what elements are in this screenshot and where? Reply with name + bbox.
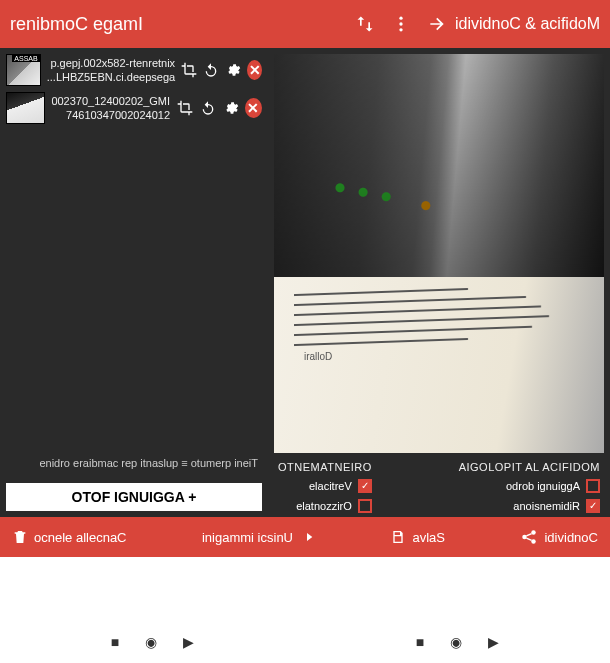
file-name-line1: IMG_20200421_073200 — [51, 95, 170, 107]
share-icon — [520, 528, 538, 546]
orientation-horizontal[interactable]: Orizzontale — [278, 499, 372, 513]
svg-point-3 — [523, 535, 528, 540]
quality-badge: BASSA — [12, 55, 39, 62]
add-photo-button[interactable]: + AGGIUNGI FOTO — [6, 483, 262, 511]
delete-list-button[interactable]: Cancella elenco — [12, 529, 127, 545]
nav-triangle-icon[interactable]: ▶ — [183, 634, 194, 650]
file-info: xinternetr-285x200.jpeg.p agespeed.ic.NB… — [47, 57, 175, 83]
save-label: Salva — [412, 530, 445, 545]
forward-arrow-icon[interactable] — [427, 14, 447, 34]
remove-icon[interactable]: ✕ — [245, 98, 262, 118]
bottom-toolbar: Cancella elenco Unisci immagini Salva Co… — [0, 517, 610, 557]
merge-images-button[interactable]: Unisci immagini — [202, 529, 315, 545]
preview-image-router — [274, 54, 604, 277]
orientation-vertical[interactable]: Verticale — [278, 479, 372, 493]
horizontal-label: Orizzontale — [296, 500, 352, 512]
app-screen: Image Combiner Modifica & Condividi BASS… — [0, 0, 610, 663]
nav-group-right: ■ ◉ ▶ — [416, 634, 499, 650]
preview-panel: Dollari ORIENTAMENTO Verticale Orizzonta… — [268, 48, 610, 517]
orientation-column: ORIENTAMENTO Verticale Orizzontale — [278, 461, 372, 513]
share-label: Condividi — [544, 530, 597, 545]
merge-label: Unisci immagini — [202, 530, 293, 545]
file-list-panel: BASSA xinternetr-285x200.jpeg.p agespeed… — [0, 48, 268, 517]
file-row[interactable]: BASSA xinternetr-285x200.jpeg.p agespeed… — [6, 54, 262, 86]
remove-icon[interactable]: ✕ — [247, 60, 262, 80]
svg-point-1 — [399, 22, 402, 25]
main-area: BASSA xinternetr-285x200.jpeg.p agespeed… — [0, 48, 610, 517]
nav-group-left: ■ ◉ ▶ — [111, 634, 194, 650]
preview-stack: Dollari — [274, 54, 604, 453]
system-nav-bar: ■ ◉ ▶ ■ ◉ ▶ — [0, 621, 610, 663]
settings-icon[interactable] — [222, 98, 239, 118]
resize-option[interactable]: Ridimensiona — [459, 499, 600, 513]
nav-circle-icon[interactable]: ◉ — [145, 634, 157, 650]
file-name-line1: xinternetr-285x200.jpeg.p — [47, 57, 175, 69]
checkbox-unchecked-icon[interactable] — [586, 479, 600, 493]
file-row[interactable]: IMG_20200421_073200 21042020074301647 ✕ — [6, 92, 262, 124]
share-button[interactable]: Condividi — [520, 528, 597, 546]
nav-square-icon[interactable]: ■ — [416, 634, 424, 650]
file-info: IMG_20200421_073200 21042020074301647 — [51, 95, 170, 121]
save-button[interactable]: Salva — [390, 529, 445, 545]
options-area: ORIENTAMENTO Verticale Orizzontale MODIF… — [274, 453, 604, 517]
svg-point-2 — [399, 28, 402, 31]
add-border-option[interactable]: Aggiungi bordo — [459, 479, 600, 493]
preview-image-paper: Dollari — [274, 277, 604, 453]
modify-header: MODIFICA LA TIPOLOGIA — [459, 461, 600, 473]
svg-point-0 — [399, 17, 402, 20]
file-thumbnail — [6, 92, 45, 124]
white-gap — [0, 557, 610, 621]
file-name-line2: 21042020074301647 — [51, 109, 170, 121]
checkbox-unchecked-icon[interactable] — [358, 499, 372, 513]
file-name-line2: agespeed.ic.NBE5ZBHL... — [47, 71, 175, 83]
svg-point-4 — [532, 530, 537, 535]
add-border-label: Aggiungi bordo — [506, 480, 580, 492]
crop-icon[interactable] — [176, 98, 193, 118]
more-menu-icon[interactable] — [391, 14, 411, 34]
nav-circle-icon[interactable]: ◉ — [450, 634, 462, 650]
rotate-icon[interactable] — [203, 60, 219, 80]
crop-icon[interactable] — [181, 60, 197, 80]
paper-caption: Dollari — [304, 351, 332, 362]
settings-icon[interactable] — [225, 60, 241, 80]
checkbox-checked-icon[interactable] — [358, 479, 372, 493]
orientation-header: ORIENTAMENTO — [278, 461, 372, 473]
svg-point-5 — [532, 539, 537, 544]
app-header: Image Combiner Modifica & Condividi — [0, 0, 610, 48]
modify-column: MODIFICA LA TIPOLOGIA Aggiungi bordo Rid… — [459, 461, 600, 513]
sort-swap-icon[interactable] — [355, 14, 375, 34]
reorder-hint: Tieni premuto ≡ pulsanti per cambiare or… — [6, 455, 262, 471]
app-title: Image Combiner — [10, 14, 143, 35]
action-title: Modifica & Condividi — [455, 15, 600, 33]
file-thumbnail: BASSA — [6, 54, 41, 86]
checkbox-checked-icon[interactable] — [586, 499, 600, 513]
vertical-label: Verticale — [309, 480, 352, 492]
delete-list-label: Cancella elenco — [34, 530, 127, 545]
nav-triangle-icon[interactable]: ▶ — [488, 634, 499, 650]
resize-label: Ridimensiona — [513, 500, 580, 512]
rotate-icon[interactable] — [199, 98, 216, 118]
nav-square-icon[interactable]: ■ — [111, 634, 119, 650]
